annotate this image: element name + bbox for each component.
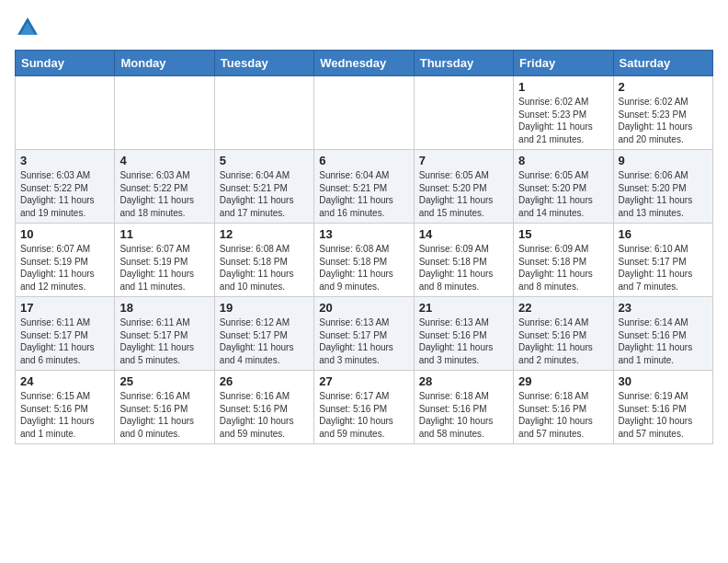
day-number: 3 <box>20 154 109 167</box>
calendar-cell: 28Sunrise: 6:18 AM Sunset: 5:16 PM Dayli… <box>414 371 513 444</box>
day-number: 18 <box>119 301 209 315</box>
day-number: 10 <box>20 227 109 241</box>
calendar-week-5: 24Sunrise: 6:15 AM Sunset: 5:16 PM Dayli… <box>16 371 713 444</box>
day-info: Sunrise: 6:13 AM Sunset: 5:17 PM Dayligh… <box>319 316 408 366</box>
day-number: 6 <box>319 154 408 167</box>
day-number: 24 <box>20 374 109 388</box>
calendar: SundayMondayTuesdayWednesdayThursdayFrid… <box>15 50 713 444</box>
calendar-week-1: 1Sunrise: 6:02 AM Sunset: 5:23 PM Daylig… <box>16 76 713 150</box>
calendar-cell: 27Sunrise: 6:17 AM Sunset: 5:16 PM Dayli… <box>314 371 414 444</box>
calendar-cell: 19Sunrise: 6:12 AM Sunset: 5:17 PM Dayli… <box>214 297 313 371</box>
day-info: Sunrise: 6:19 AM Sunset: 5:16 PM Dayligh… <box>619 390 708 440</box>
day-header-wednesday: Wednesday <box>314 51 414 76</box>
day-info: Sunrise: 6:17 AM Sunset: 5:16 PM Dayligh… <box>319 390 408 440</box>
day-number: 30 <box>619 374 708 388</box>
day-info: Sunrise: 6:18 AM Sunset: 5:16 PM Dayligh… <box>419 390 508 440</box>
day-number: 27 <box>319 374 408 388</box>
day-info: Sunrise: 6:07 AM Sunset: 5:19 PM Dayligh… <box>119 243 209 293</box>
calendar-cell: 1Sunrise: 6:02 AM Sunset: 5:23 PM Daylig… <box>514 76 613 150</box>
calendar-cell: 22Sunrise: 6:14 AM Sunset: 5:16 PM Dayli… <box>514 297 613 371</box>
calendar-cell: 13Sunrise: 6:08 AM Sunset: 5:18 PM Dayli… <box>314 224 414 297</box>
day-number: 19 <box>220 301 309 315</box>
day-header-sunday: Sunday <box>16 51 115 76</box>
calendar-cell: 12Sunrise: 6:08 AM Sunset: 5:18 PM Dayli… <box>214 224 313 297</box>
calendar-cell: 23Sunrise: 6:14 AM Sunset: 5:16 PM Dayli… <box>613 297 712 371</box>
day-info: Sunrise: 6:05 AM Sunset: 5:20 PM Dayligh… <box>419 169 508 219</box>
day-number: 7 <box>419 154 508 167</box>
calendar-cell: 7Sunrise: 6:05 AM Sunset: 5:20 PM Daylig… <box>414 150 513 224</box>
day-info: Sunrise: 6:02 AM Sunset: 5:23 PM Dayligh… <box>518 96 608 145</box>
day-header-tuesday: Tuesday <box>214 51 313 76</box>
day-number: 14 <box>419 227 508 241</box>
day-info: Sunrise: 6:16 AM Sunset: 5:16 PM Dayligh… <box>119 390 209 440</box>
calendar-week-3: 10Sunrise: 6:07 AM Sunset: 5:19 PM Dayli… <box>16 224 713 297</box>
logo <box>15 15 44 40</box>
calendar-cell <box>414 76 513 150</box>
day-info: Sunrise: 6:09 AM Sunset: 5:18 PM Dayligh… <box>419 243 508 293</box>
calendar-cell <box>314 76 414 150</box>
day-number: 16 <box>619 227 708 241</box>
logo-icon <box>15 15 40 40</box>
day-info: Sunrise: 6:04 AM Sunset: 5:21 PM Dayligh… <box>319 169 408 219</box>
day-info: Sunrise: 6:02 AM Sunset: 5:23 PM Dayligh… <box>619 96 708 145</box>
day-number: 17 <box>20 301 109 315</box>
day-info: Sunrise: 6:12 AM Sunset: 5:17 PM Dayligh… <box>220 316 309 366</box>
calendar-cell: 21Sunrise: 6:13 AM Sunset: 5:16 PM Dayli… <box>414 297 513 371</box>
day-number: 8 <box>518 154 608 167</box>
day-number: 12 <box>220 227 309 241</box>
day-header-friday: Friday <box>514 51 613 76</box>
day-number: 4 <box>119 154 209 167</box>
calendar-cell <box>115 76 214 150</box>
calendar-cell: 8Sunrise: 6:05 AM Sunset: 5:20 PM Daylig… <box>514 150 613 224</box>
day-number: 23 <box>619 301 708 315</box>
calendar-cell: 16Sunrise: 6:10 AM Sunset: 5:17 PM Dayli… <box>613 224 712 297</box>
day-info: Sunrise: 6:08 AM Sunset: 5:18 PM Dayligh… <box>220 243 309 293</box>
day-info: Sunrise: 6:06 AM Sunset: 5:20 PM Dayligh… <box>619 169 708 219</box>
day-info: Sunrise: 6:05 AM Sunset: 5:20 PM Dayligh… <box>518 169 608 219</box>
day-info: Sunrise: 6:14 AM Sunset: 5:16 PM Dayligh… <box>619 316 708 366</box>
day-info: Sunrise: 6:09 AM Sunset: 5:18 PM Dayligh… <box>518 243 608 293</box>
day-info: Sunrise: 6:18 AM Sunset: 5:16 PM Dayligh… <box>518 390 608 440</box>
day-number: 2 <box>619 80 708 94</box>
day-info: Sunrise: 6:13 AM Sunset: 5:16 PM Dayligh… <box>419 316 508 366</box>
calendar-week-2: 3Sunrise: 6:03 AM Sunset: 5:22 PM Daylig… <box>16 150 713 224</box>
day-number: 11 <box>119 227 209 241</box>
day-info: Sunrise: 6:10 AM Sunset: 5:17 PM Dayligh… <box>619 243 708 293</box>
calendar-cell: 4Sunrise: 6:03 AM Sunset: 5:22 PM Daylig… <box>115 150 214 224</box>
day-header-thursday: Thursday <box>414 51 513 76</box>
day-number: 28 <box>419 374 508 388</box>
day-number: 5 <box>220 154 309 167</box>
day-info: Sunrise: 6:07 AM Sunset: 5:19 PM Dayligh… <box>20 243 109 293</box>
calendar-week-4: 17Sunrise: 6:11 AM Sunset: 5:17 PM Dayli… <box>16 297 713 371</box>
day-number: 1 <box>518 80 608 94</box>
day-number: 9 <box>619 154 708 167</box>
day-info: Sunrise: 6:14 AM Sunset: 5:16 PM Dayligh… <box>518 316 608 366</box>
calendar-cell: 9Sunrise: 6:06 AM Sunset: 5:20 PM Daylig… <box>613 150 712 224</box>
day-info: Sunrise: 6:15 AM Sunset: 5:16 PM Dayligh… <box>20 390 109 440</box>
calendar-cell <box>16 76 115 150</box>
day-info: Sunrise: 6:03 AM Sunset: 5:22 PM Dayligh… <box>20 169 109 219</box>
calendar-cell: 6Sunrise: 6:04 AM Sunset: 5:21 PM Daylig… <box>314 150 414 224</box>
calendar-cell: 30Sunrise: 6:19 AM Sunset: 5:16 PM Dayli… <box>613 371 712 444</box>
calendar-cell: 24Sunrise: 6:15 AM Sunset: 5:16 PM Dayli… <box>16 371 115 444</box>
day-number: 15 <box>518 227 608 241</box>
calendar-cell <box>214 76 313 150</box>
day-number: 29 <box>518 374 608 388</box>
day-number: 21 <box>419 301 508 315</box>
calendar-cell: 25Sunrise: 6:16 AM Sunset: 5:16 PM Dayli… <box>115 371 214 444</box>
day-header-monday: Monday <box>115 51 214 76</box>
day-info: Sunrise: 6:11 AM Sunset: 5:17 PM Dayligh… <box>119 316 209 366</box>
day-number: 20 <box>319 301 408 315</box>
calendar-cell: 26Sunrise: 6:16 AM Sunset: 5:16 PM Dayli… <box>214 371 313 444</box>
calendar-cell: 20Sunrise: 6:13 AM Sunset: 5:17 PM Dayli… <box>314 297 414 371</box>
day-info: Sunrise: 6:04 AM Sunset: 5:21 PM Dayligh… <box>220 169 309 219</box>
day-number: 13 <box>319 227 408 241</box>
calendar-cell: 11Sunrise: 6:07 AM Sunset: 5:19 PM Dayli… <box>115 224 214 297</box>
day-info: Sunrise: 6:08 AM Sunset: 5:18 PM Dayligh… <box>319 243 408 293</box>
calendar-header-row: SundayMondayTuesdayWednesdayThursdayFrid… <box>16 51 713 76</box>
calendar-cell: 29Sunrise: 6:18 AM Sunset: 5:16 PM Dayli… <box>514 371 613 444</box>
calendar-cell: 18Sunrise: 6:11 AM Sunset: 5:17 PM Dayli… <box>115 297 214 371</box>
calendar-cell: 17Sunrise: 6:11 AM Sunset: 5:17 PM Dayli… <box>16 297 115 371</box>
calendar-cell: 2Sunrise: 6:02 AM Sunset: 5:23 PM Daylig… <box>613 76 712 150</box>
calendar-cell: 3Sunrise: 6:03 AM Sunset: 5:22 PM Daylig… <box>16 150 115 224</box>
